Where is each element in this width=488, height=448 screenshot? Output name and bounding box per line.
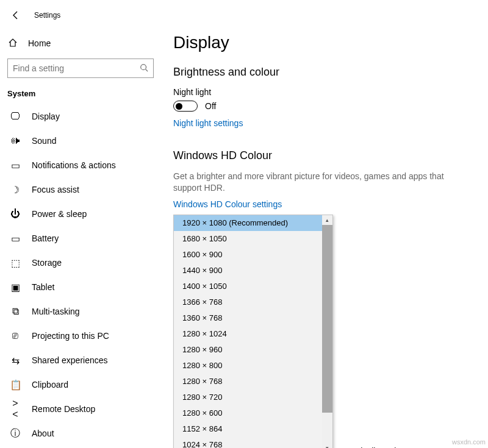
resolution-option[interactable]: 1440 × 900 bbox=[174, 263, 322, 279]
sidebar-item-label: Display bbox=[32, 112, 60, 121]
sidebar-item-projecting-to-this-pc[interactable]: ⎚Projecting to this PC bbox=[7, 324, 154, 348]
sidebar-item-label: Focus assist bbox=[32, 185, 79, 194]
sidebar-item-label: Storage bbox=[32, 258, 62, 268]
resolution-option[interactable]: 1280 × 800 bbox=[174, 358, 322, 374]
sidebar-item-focus-assist[interactable]: ☽Focus assist bbox=[7, 177, 154, 202]
dropdown-scrollbar[interactable]: ▴ ▾ bbox=[322, 215, 332, 448]
storage-icon: ⬚ bbox=[10, 257, 21, 269]
sidebar-item-notifications-actions[interactable]: ▭Notifications & actions bbox=[7, 153, 154, 177]
resolution-option[interactable]: 1280 × 1024 bbox=[174, 326, 322, 342]
search-icon bbox=[140, 63, 148, 74]
scroll-down-icon[interactable]: ▾ bbox=[322, 443, 332, 448]
resolution-dropdown[interactable]: 1920 × 1080 (Recommended)1680 × 10501600… bbox=[173, 215, 333, 448]
sidebar-item-label: Tablet bbox=[32, 282, 54, 292]
sidebar-item-label: Projecting to this PC bbox=[32, 331, 109, 341]
shared-icon: ⇆ bbox=[10, 355, 21, 366]
notifications-icon: ▭ bbox=[10, 160, 21, 171]
brightness-header: Brightness and colour bbox=[173, 66, 471, 79]
resolution-option[interactable]: 1280 × 960 bbox=[174, 342, 322, 358]
sidebar-item-multi-tasking[interactable]: ⧉Multi-tasking bbox=[7, 299, 154, 324]
page-title: Display bbox=[173, 33, 471, 52]
projecting-icon: ⎚ bbox=[10, 330, 21, 341]
scroll-track[interactable] bbox=[322, 225, 332, 443]
scroll-thumb[interactable] bbox=[322, 225, 332, 413]
sidebar-item-remote-desktop[interactable]: ><Remote Desktop bbox=[7, 397, 154, 421]
back-icon bbox=[11, 10, 21, 20]
toggle-knob bbox=[176, 103, 182, 110]
sidebar-item-label: Notifications & actions bbox=[32, 160, 116, 170]
home-button[interactable]: Home bbox=[7, 34, 154, 52]
sidebar-item-display[interactable]: 🖵Display bbox=[7, 104, 154, 129]
sidebar-item-label: About bbox=[32, 428, 54, 438]
sidebar-section-header: System bbox=[7, 89, 154, 98]
scroll-up-icon[interactable]: ▴ bbox=[322, 215, 332, 225]
main-content: Display Brightness and colour Night ligh… bbox=[161, 30, 488, 448]
sidebar-item-storage[interactable]: ⬚Storage bbox=[7, 251, 154, 275]
resolution-option[interactable]: 1360 × 768 bbox=[174, 310, 322, 326]
hdcolour-settings-link[interactable]: Windows HD Colour settings bbox=[173, 199, 282, 209]
about-icon: ⓘ bbox=[10, 427, 21, 440]
resolution-option[interactable]: 1920 × 1080 (Recommended) bbox=[174, 215, 322, 231]
night-light-state: Off bbox=[205, 101, 216, 111]
sidebar-item-label: Sound bbox=[32, 136, 56, 146]
sidebar-item-clipboard[interactable]: 📋Clipboard bbox=[7, 372, 154, 397]
resolution-option[interactable]: 1600 × 900 bbox=[174, 247, 322, 263]
sidebar-item-about[interactable]: ⓘAbout bbox=[7, 421, 154, 446]
resolution-option[interactable]: 1366 × 768 bbox=[174, 294, 322, 310]
sidebar-item-tablet[interactable]: ▣Tablet bbox=[7, 275, 154, 299]
focus-assist-icon: ☽ bbox=[10, 184, 21, 196]
resolution-option[interactable]: 1280 × 600 bbox=[174, 405, 322, 421]
sidebar-item-label: Battery bbox=[32, 233, 59, 243]
sidebar-item-power-sleep[interactable]: ⏻Power & sleep bbox=[7, 202, 154, 226]
hdcolour-desc: Get a brighter and more vibrant picture … bbox=[173, 171, 471, 194]
sidebar-item-shared-experiences[interactable]: ⇆Shared experiences bbox=[7, 348, 154, 372]
sidebar-item-label: Remote Desktop bbox=[32, 404, 95, 414]
night-light-toggle[interactable] bbox=[173, 101, 198, 112]
multitasking-icon: ⧉ bbox=[10, 306, 21, 317]
window-title: Settings bbox=[34, 11, 60, 20]
sidebar-item-label: Power & sleep bbox=[32, 209, 87, 219]
hdcolour-header: Windows HD Colour bbox=[173, 149, 471, 162]
sidebar-item-sound[interactable]: 🕪Sound bbox=[7, 129, 154, 153]
sidebar-item-label: Multi-tasking bbox=[32, 307, 80, 316]
resolution-option[interactable]: 1680 × 1050 bbox=[174, 231, 322, 247]
clipboard-icon: 📋 bbox=[10, 379, 21, 391]
svg-point-0 bbox=[141, 64, 146, 69]
remote-desktop-icon: >< bbox=[10, 398, 21, 420]
resolution-option[interactable]: 1400 × 1050 bbox=[174, 279, 322, 294]
sidebar: Home System 🖵Display🕪Sound▭Notifications… bbox=[0, 30, 161, 448]
power-icon: ⏻ bbox=[10, 208, 21, 219]
window-header: Settings bbox=[0, 0, 488, 30]
sidebar-item-label: Shared experiences bbox=[32, 355, 108, 365]
back-button[interactable] bbox=[9, 8, 23, 23]
home-icon bbox=[7, 38, 18, 49]
night-light-settings-link[interactable]: Night light settings bbox=[173, 118, 243, 128]
night-light-label: Night light bbox=[173, 87, 471, 97]
resolution-option[interactable]: 1280 × 720 bbox=[174, 389, 322, 405]
sidebar-item-battery[interactable]: ▭Battery bbox=[7, 226, 154, 251]
search-input-container[interactable] bbox=[7, 59, 154, 78]
resolution-option-list: 1920 × 1080 (Recommended)1680 × 10501600… bbox=[174, 215, 322, 448]
battery-icon: ▭ bbox=[10, 233, 21, 244]
svg-line-1 bbox=[146, 69, 148, 71]
resolution-option[interactable]: 1152 × 864 bbox=[174, 421, 322, 437]
sidebar-item-label: Clipboard bbox=[32, 380, 68, 389]
sound-icon: 🕪 bbox=[10, 135, 21, 146]
search-input[interactable] bbox=[13, 63, 140, 73]
nav-list: 🖵Display🕪Sound▭Notifications & actions☽F… bbox=[7, 104, 154, 446]
resolution-option[interactable]: 1024 × 768 bbox=[174, 437, 322, 448]
watermark: wsxdn.com bbox=[452, 438, 486, 446]
tablet-icon: ▣ bbox=[10, 282, 21, 293]
display-icon: 🖵 bbox=[10, 111, 21, 122]
resolution-option[interactable]: 1280 × 768 bbox=[174, 374, 322, 389]
home-label: Home bbox=[28, 38, 51, 48]
